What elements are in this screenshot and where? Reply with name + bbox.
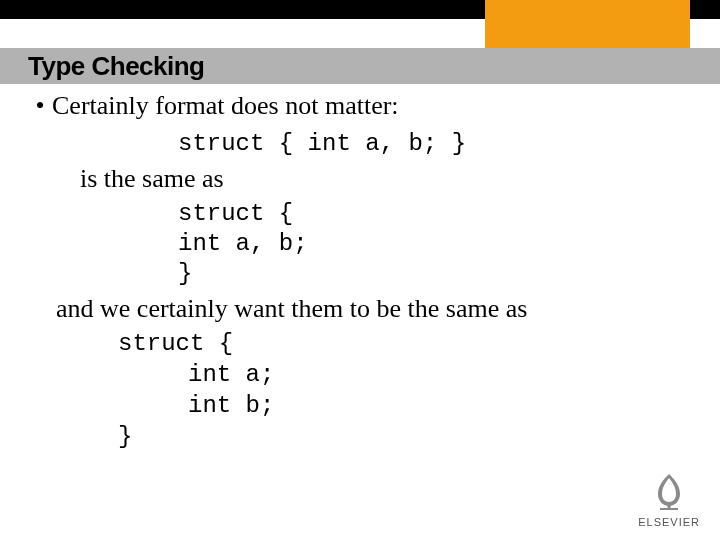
slide-content: • Certainly format does not matter: stru…: [28, 88, 692, 452]
code3-line3: int b;: [188, 390, 692, 421]
code2-line2: int a, b;: [178, 229, 692, 259]
code-snippet-3: struct { int a; int b; }: [118, 328, 692, 453]
code3-line1: struct {: [118, 328, 692, 359]
code-snippet-2: struct { int a, b; }: [178, 199, 692, 289]
elsevier-logo: ELSEVIER: [638, 468, 700, 528]
tree-icon: [646, 468, 692, 514]
top-orange-block: [485, 0, 690, 48]
code-snippet-1: struct { int a, b; }: [178, 129, 692, 159]
bullet-text: Certainly format does not matter:: [52, 90, 399, 123]
code3-line2: int a;: [188, 359, 692, 390]
code2-line1: struct {: [178, 199, 692, 229]
text-and-we-want: and we certainly want them to be the sam…: [56, 293, 692, 326]
bullet-item: • Certainly format does not matter:: [28, 90, 692, 123]
slide-title: Type Checking: [28, 48, 205, 84]
text-is-the-same-as: is the same as: [80, 163, 692, 196]
svg-rect-1: [668, 502, 671, 509]
logo-text: ELSEVIER: [638, 516, 700, 528]
bullet-marker: •: [28, 90, 52, 123]
code2-line3: }: [178, 259, 692, 289]
code3-line4: }: [118, 421, 692, 452]
